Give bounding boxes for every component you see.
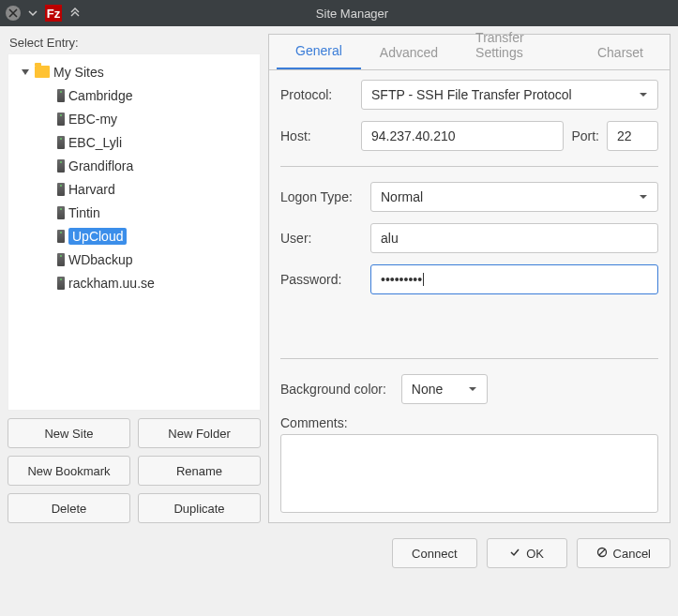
site-tree[interactable]: My Sites CambridgeEBC-myEBC_LyliGrandifl…: [8, 53, 261, 411]
tabs: General Advanced Transfer Settings Chars…: [269, 35, 670, 70]
password-label: Password:: [280, 272, 363, 287]
site-label: Grandiflora: [68, 158, 133, 173]
tab-advanced[interactable]: Advanced: [361, 36, 457, 69]
site-item[interactable]: Cambridge: [10, 83, 258, 107]
select-entry-label: Select Entry:: [8, 34, 261, 53]
divider: [280, 166, 658, 167]
check-icon: [509, 547, 520, 561]
site-item[interactable]: Harvard: [10, 177, 258, 201]
site-label: Cambridge: [68, 88, 132, 103]
protocol-label: Protocol:: [280, 87, 354, 102]
site-label: rackham.uu.se: [68, 276, 155, 291]
port-value: 22: [617, 128, 632, 143]
chevron-down-icon: [639, 87, 648, 102]
chevron-down-icon[interactable]: [28, 7, 38, 21]
server-icon: [57, 277, 65, 290]
user-input[interactable]: alu: [370, 223, 658, 253]
text-caret: [423, 273, 424, 286]
new-site-button[interactable]: New Site: [8, 418, 130, 448]
protocol-select[interactable]: SFTP - SSH File Transfer Protocol: [361, 80, 658, 110]
server-icon: [57, 253, 65, 266]
server-icon: [57, 89, 65, 102]
site-item[interactable]: EBC-my: [10, 107, 258, 130]
double-chevron-up-icon[interactable]: [69, 7, 81, 21]
site-item[interactable]: WDbackup: [10, 248, 258, 271]
divider: [280, 358, 658, 359]
site-label: Tintin: [68, 205, 100, 220]
site-label: UpCloud: [68, 228, 127, 245]
logon-type-value: Normal: [381, 189, 423, 204]
close-icon[interactable]: [6, 6, 21, 21]
tab-general[interactable]: General: [277, 34, 361, 69]
comments-label: Comments:: [280, 415, 658, 430]
server-icon: [57, 183, 65, 196]
connect-button[interactable]: Connect: [392, 538, 476, 568]
server-icon: [57, 230, 65, 243]
tree-root-label: My Sites: [53, 65, 104, 80]
delete-button[interactable]: Delete: [8, 493, 130, 523]
new-folder-button[interactable]: New Folder: [138, 418, 261, 448]
chevron-down-icon: [639, 189, 648, 204]
port-label: Port:: [571, 128, 599, 143]
tree-root[interactable]: My Sites: [10, 60, 258, 83]
left-pane: Select Entry: My Sites CambridgeEBC-myEB…: [8, 34, 261, 523]
comments-textarea[interactable]: [280, 434, 658, 513]
duplicate-button[interactable]: Duplicate: [138, 493, 261, 523]
tab-charset[interactable]: Charset: [579, 36, 662, 69]
filezilla-app-icon: Fz: [45, 5, 62, 22]
user-label: User:: [280, 231, 363, 246]
site-item[interactable]: UpCloud: [10, 224, 258, 248]
host-value: 94.237.40.210: [371, 128, 456, 143]
user-value: alu: [381, 231, 399, 246]
tab-transfer-settings[interactable]: Transfer Settings: [457, 21, 579, 69]
bgcolor-value: None: [412, 382, 443, 397]
cancel-button[interactable]: Cancel: [577, 538, 670, 568]
ok-button[interactable]: OK: [487, 538, 567, 568]
new-bookmark-button[interactable]: New Bookmark: [8, 456, 130, 486]
protocol-value: SFTP - SSH File Transfer Protocol: [371, 87, 572, 102]
cancel-icon: [596, 547, 608, 561]
server-icon: [57, 113, 65, 126]
site-item[interactable]: rackham.uu.se: [10, 271, 258, 294]
right-pane: General Advanced Transfer Settings Chars…: [268, 34, 670, 523]
logon-type-label: Logon Type:: [280, 189, 363, 204]
host-input[interactable]: 94.237.40.210: [361, 121, 564, 151]
site-label: WDbackup: [68, 252, 132, 267]
bottom-buttons: Connect OK Cancel: [0, 531, 678, 576]
site-label: EBC_Lyli: [68, 135, 122, 150]
port-input[interactable]: 22: [607, 121, 658, 151]
spacer: [280, 306, 658, 343]
server-icon: [57, 159, 65, 173]
cancel-label: Cancel: [613, 547, 651, 561]
password-input[interactable]: •••••••••: [370, 264, 658, 294]
password-value: •••••••••: [381, 272, 422, 287]
folder-icon: [35, 66, 50, 78]
bgcolor-label: Background color:: [280, 382, 386, 397]
host-label: Host:: [280, 128, 354, 143]
site-label: EBC-my: [68, 112, 117, 127]
chevron-down-icon: [468, 382, 477, 397]
window-title: Site Manager: [88, 7, 672, 21]
site-label: Harvard: [68, 182, 115, 197]
rename-button[interactable]: Rename: [138, 456, 261, 486]
expand-arrow-icon[interactable]: [20, 68, 31, 77]
server-icon: [57, 136, 65, 149]
site-item[interactable]: Grandiflora: [10, 154, 258, 177]
bgcolor-select[interactable]: None: [401, 374, 488, 404]
site-item[interactable]: EBC_Lyli: [10, 130, 258, 154]
ok-label: OK: [526, 547, 544, 561]
site-item[interactable]: Tintin: [10, 201, 258, 224]
server-icon: [57, 206, 65, 219]
logon-type-select[interactable]: Normal: [370, 182, 658, 212]
